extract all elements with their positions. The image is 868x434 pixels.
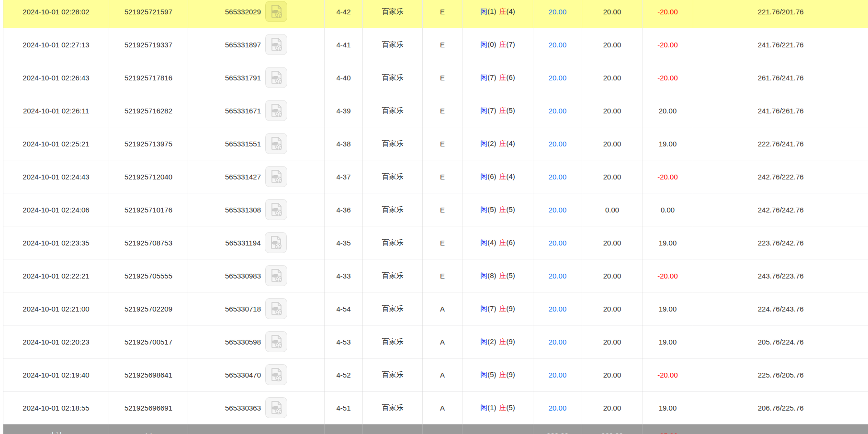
video-replay-icon <box>269 367 283 382</box>
subtotal-empty-cell <box>188 424 325 434</box>
cell-game-number: 565331308 <box>188 193 325 226</box>
replay-video-button[interactable] <box>265 397 287 418</box>
bet-amount-link[interactable]: 20.00 <box>549 272 567 280</box>
replay-video-button[interactable] <box>265 166 287 187</box>
video-replay-icon <box>269 4 283 19</box>
player-score: (5) <box>487 205 496 213</box>
replay-video-button[interactable] <box>265 298 287 319</box>
cell-win-loss: 20.00 <box>643 94 693 127</box>
bet-amount-link[interactable]: 20.00 <box>549 74 567 82</box>
cell-valid-amount: 20.00 <box>582 325 643 358</box>
cell-bet-time: 2024-10-01 02:22:21 <box>3 259 109 292</box>
replay-video-button[interactable] <box>265 199 287 220</box>
cell-bet-amount: 20.00 <box>533 259 582 292</box>
subtotal-empty-cell <box>693 424 868 434</box>
subtotal-count: 14 <box>109 424 188 434</box>
cell-win-loss: 19.00 <box>643 127 693 160</box>
replay-video-button[interactable] <box>265 67 287 88</box>
bet-amount-link[interactable]: 20.00 <box>549 239 567 247</box>
replay-video-button[interactable] <box>265 265 287 286</box>
cell-game-type: 百家乐 <box>363 127 423 160</box>
game-number: 565330718 <box>225 305 261 313</box>
cell-game-number: 565331427 <box>188 160 325 193</box>
cell-bet-time: 2024-10-01 02:21:00 <box>3 292 109 325</box>
cell-valid-amount: 20.00 <box>582 0 643 28</box>
cell-valid-amount: 20.00 <box>582 391 643 424</box>
cell-round-number: 4-53 <box>325 325 363 358</box>
bet-amount-link[interactable]: 20.00 <box>549 107 567 115</box>
cell-result: 闲(7)庄(6) <box>462 61 533 94</box>
cell-balance: 223.76/242.76 <box>693 226 868 259</box>
cell-table-code: E <box>423 61 462 94</box>
replay-video-button[interactable] <box>265 364 287 385</box>
player-score: (0) <box>487 40 496 48</box>
banker-score: (9) <box>507 304 515 312</box>
cell-game-type: 百家乐 <box>363 0 423 28</box>
cell-game-type: 百家乐 <box>363 358 423 391</box>
cell-result: 闲(7)庄(9) <box>462 292 533 325</box>
bet-amount-link[interactable]: 20.00 <box>549 41 567 49</box>
cell-balance: 261.76/241.76 <box>693 61 868 94</box>
game-number: 565331427 <box>225 173 261 181</box>
bet-amount-link[interactable]: 20.00 <box>549 305 567 313</box>
replay-video-button[interactable] <box>265 133 287 154</box>
cell-table-code: E <box>423 0 462 28</box>
table-body: 2024-10-01 02:28:02 521925721597 5653320… <box>3 0 868 424</box>
subtotal-bet-total: 280.00 <box>533 424 582 434</box>
replay-video-button[interactable] <box>265 34 287 55</box>
game-number-group: 565331308 <box>225 199 287 220</box>
cell-table-code: E <box>423 160 462 193</box>
bet-amount-link[interactable]: 20.00 <box>549 338 567 346</box>
player-label: 闲 <box>480 205 487 213</box>
cell-bet-amount: 20.00 <box>533 358 582 391</box>
cell-valid-amount: 20.00 <box>582 61 643 94</box>
bet-amount-link[interactable]: 20.00 <box>549 371 567 379</box>
player-score: (2) <box>487 139 496 147</box>
cell-table-code: E <box>423 193 462 226</box>
table-row: 2024-10-01 02:26:11 521925716282 5653316… <box>3 94 868 127</box>
bet-amount-link[interactable]: 20.00 <box>549 8 567 16</box>
cell-game-type: 百家乐 <box>363 94 423 127</box>
bet-amount-link[interactable]: 20.00 <box>549 206 567 214</box>
cell-table-code: A <box>423 358 462 391</box>
cell-bet-time: 2024-10-01 02:18:55 <box>3 391 109 424</box>
banker-score: (4) <box>507 7 515 15</box>
player-score: (4) <box>487 238 496 246</box>
video-replay-icon <box>269 103 283 118</box>
game-number: 565332029 <box>225 8 261 16</box>
banker-label: 庄 <box>499 271 507 279</box>
cell-win-loss: -20.00 <box>643 160 693 193</box>
banker-score: (9) <box>507 337 515 345</box>
cell-round-number: 4-40 <box>325 61 363 94</box>
cell-round-number: 4-42 <box>325 0 363 28</box>
video-replay-icon <box>269 169 283 184</box>
bet-amount-link[interactable]: 20.00 <box>549 404 567 412</box>
banker-label: 庄 <box>499 370 507 378</box>
game-number-group: 565330598 <box>225 331 287 352</box>
player-label: 闲 <box>480 73 487 81</box>
banker-label: 庄 <box>499 304 507 312</box>
replay-video-button[interactable] <box>265 331 287 352</box>
table-row: 2024-10-01 02:26:43 521925717816 5653317… <box>3 61 868 94</box>
subtotal-win-loss-total: -25.00 <box>643 424 693 434</box>
bet-history-page: 2024-10-01 02:28:02 521925721597 5653320… <box>0 0 868 434</box>
cell-order-number: 521925717816 <box>109 61 188 94</box>
cell-game-number: 565330470 <box>188 358 325 391</box>
replay-video-button[interactable] <box>265 232 287 253</box>
replay-video-button[interactable] <box>265 100 287 121</box>
bet-amount-link[interactable]: 20.00 <box>549 140 567 148</box>
cell-result: 闲(2)庄(9) <box>462 325 533 358</box>
cell-round-number: 4-37 <box>325 160 363 193</box>
banker-label: 庄 <box>499 139 507 147</box>
cell-order-number: 521925702209 <box>109 292 188 325</box>
table-row: 2024-10-01 02:21:00 521925702209 5653307… <box>3 292 868 325</box>
cell-order-number: 521925713975 <box>109 127 188 160</box>
replay-video-button[interactable] <box>265 1 287 22</box>
player-label: 闲 <box>480 271 487 279</box>
cell-balance: 206.76/225.76 <box>693 391 868 424</box>
table-row: 2024-10-01 02:19:40 521925698641 5653304… <box>3 358 868 391</box>
banker-label: 庄 <box>499 73 507 81</box>
cell-result: 闲(1)庄(4) <box>462 0 533 28</box>
bet-amount-link[interactable]: 20.00 <box>549 173 567 181</box>
table-row: 2024-10-01 02:18:55 521925696691 5653303… <box>3 391 868 424</box>
